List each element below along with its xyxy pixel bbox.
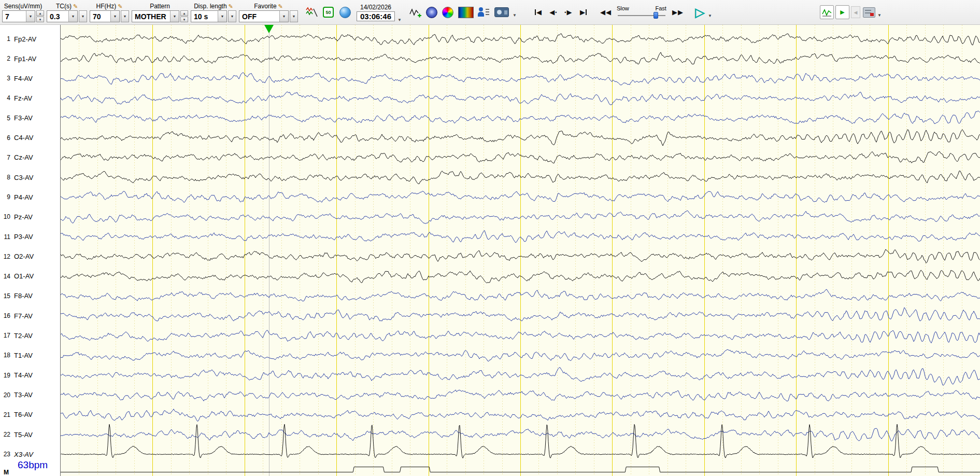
channel-label: T3-AV <box>14 391 33 399</box>
display-length-down-button[interactable]: ▼ <box>228 10 236 22</box>
pattern-down-button[interactable]: ▼ <box>180 17 188 22</box>
channel-number: 2 <box>0 55 10 62</box>
skip-to-end-button[interactable]: ▶ <box>576 5 590 20</box>
hf-down-button[interactable]: ▼ <box>121 10 129 22</box>
speed-handle[interactable] <box>654 12 658 19</box>
channel-number: 12 <box>0 253 10 260</box>
patient-info-icon[interactable] <box>477 5 491 20</box>
speed-slider[interactable]: Slow Fast <box>617 5 666 19</box>
channel-row[interactable]: 19T4-AV <box>0 371 60 380</box>
channel-row[interactable]: 8C3-AV <box>0 173 60 182</box>
playback-controls: ◀ ◀• •▶ ▶ ◀◀ Slow Fast ▶▶ ▷ ▼ <box>531 5 713 20</box>
cursor-marker-icon[interactable] <box>264 25 274 33</box>
overflow-menu-icon[interactable]: ▼ <box>708 13 712 18</box>
electrode-box-icon[interactable] <box>862 5 876 20</box>
favorite-down-button[interactable]: ▼ <box>290 10 298 22</box>
chevron-down-icon[interactable]: ▼ <box>26 11 35 22</box>
left-arrow-icon: ◀ <box>549 8 555 16</box>
video-icon[interactable] <box>493 5 510 20</box>
channel-number: 14 <box>0 273 10 280</box>
sensitivity-up-button[interactable]: ▲ <box>36 10 44 16</box>
channel-row[interactable]: 18T1-AV <box>0 351 60 360</box>
overflow-menu-icon[interactable]: ▼ <box>877 13 882 18</box>
overflow-menu-icon[interactable]: ▼ <box>397 18 402 22</box>
channel-number: 8 <box>0 174 10 181</box>
page-back-button-disabled[interactable]: ◀ <box>851 6 860 18</box>
tool-icons: ▼ <box>409 5 517 20</box>
channel-row[interactable]: 2Fp1-AV <box>0 54 60 63</box>
channel-label: F8-AV <box>14 292 33 300</box>
rewind-button[interactable]: ◀◀ <box>599 5 613 20</box>
channel-row[interactable]: 12O2-AV <box>0 252 60 261</box>
channel-row[interactable]: 17T2-AV <box>0 331 60 340</box>
chevron-down-icon[interactable]: ▼ <box>170 11 179 22</box>
display-length-combo[interactable]: 10 s ▼ <box>191 10 227 22</box>
right-arrow-icon: ▶ <box>678 8 683 16</box>
notch-filter-50hz-icon[interactable]: 50 <box>321 5 335 20</box>
edit-icon[interactable]: ✎ <box>73 4 78 9</box>
channel-label: C4-AV <box>14 134 33 142</box>
tc-label: TC(s) <box>56 3 72 10</box>
display-length-value: 10 s <box>191 12 218 21</box>
right-arrow-icon: ▶ <box>672 8 677 16</box>
channel-row[interactable]: 3F4-AV <box>0 74 60 83</box>
waveform-add-icon[interactable] <box>409 5 423 20</box>
channel-row[interactable]: 9P4-AV <box>0 192 60 202</box>
head-topomap-icon[interactable] <box>425 5 439 20</box>
pattern-up-button[interactable]: ▲ <box>180 10 188 16</box>
sensitivity-down-button[interactable]: ▼ <box>36 17 44 22</box>
edit-icon[interactable]: ✎ <box>278 4 283 9</box>
overflow-menu-icon[interactable]: ▼ <box>513 13 517 18</box>
channel-row[interactable]: 21T6-AV <box>0 410 60 419</box>
channel-label: T2-AV <box>14 332 33 340</box>
display-length-control: Disp. length✎ 10 s ▼ ▼ <box>191 1 236 24</box>
channel-row[interactable]: 5F3-AV <box>0 114 60 123</box>
channel-number: 3 <box>0 75 10 82</box>
favorite-combo[interactable]: OFF ▼ <box>239 10 289 22</box>
channel-row[interactable]: 22T5-AV <box>0 430 60 439</box>
step-forward-button[interactable]: •▶ <box>561 5 575 20</box>
speed-track[interactable] <box>617 11 666 19</box>
trend-waveform-icon[interactable] <box>820 5 834 19</box>
favorite-value: OFF <box>239 12 279 21</box>
channel-row[interactable]: 1Fp2-AV <box>0 34 60 44</box>
tc-combo[interactable]: 0.3 ▼ <box>47 10 78 22</box>
tc-down-button[interactable]: ▼ <box>79 10 87 22</box>
channel-row[interactable]: 6C4-AV <box>0 133 60 143</box>
channel-row[interactable]: 14O1-AV <box>0 272 60 281</box>
step-back-button[interactable]: ◀• <box>546 5 560 20</box>
montage-icon[interactable] <box>305 5 319 20</box>
channel-row[interactable]: 23X3-AV <box>0 450 60 459</box>
channel-row[interactable]: 11P3-AV <box>0 232 60 242</box>
edit-icon[interactable]: ✎ <box>229 4 233 9</box>
left-arrow-icon: ◀ <box>606 8 611 16</box>
chevron-down-icon[interactable]: ▼ <box>68 11 77 22</box>
chevron-down-icon[interactable]: ▼ <box>279 11 288 22</box>
channel-row[interactable]: 15F8-AV <box>0 291 60 301</box>
chevron-down-icon[interactable]: ▼ <box>110 11 119 22</box>
channel-row[interactable]: 10Pz-AV <box>0 212 60 221</box>
channel-number: 1 <box>0 35 10 43</box>
spectrogram-icon[interactable] <box>457 5 475 20</box>
pattern-combo[interactable]: MOTHER ▼ <box>132 10 179 22</box>
play-button[interactable]: ▷ <box>693 5 707 20</box>
auto-play-button[interactable]: ▶ <box>835 5 849 19</box>
channel-row[interactable]: 7Cz-AV <box>0 153 60 162</box>
color-map-icon[interactable] <box>441 5 455 20</box>
channel-label: F7-AV <box>14 312 33 320</box>
sensitivity-combo[interactable]: 7 ▼ <box>2 10 35 22</box>
skip-to-start-button[interactable]: ◀ <box>531 5 545 20</box>
channel-number: 11 <box>0 233 10 241</box>
channel-label: Fp1-AV <box>14 55 36 63</box>
hf-combo[interactable]: 70 ▼ <box>90 10 120 22</box>
fast-forward-button[interactable]: ▶▶ <box>671 5 685 20</box>
left-arrow-icon: ◀ <box>600 8 605 16</box>
chevron-down-icon[interactable]: ▼ <box>218 11 226 22</box>
eeg-plot-area[interactable] <box>61 25 980 476</box>
edit-icon[interactable]: ✎ <box>118 4 122 9</box>
eeg-canvas[interactable] <box>61 25 980 476</box>
channel-row[interactable]: 4Fz-AV <box>0 93 60 103</box>
globe-icon[interactable] <box>338 5 352 20</box>
channel-row[interactable]: 16F7-AV <box>0 311 60 320</box>
channel-row[interactable]: 20T3-AV <box>0 390 60 400</box>
